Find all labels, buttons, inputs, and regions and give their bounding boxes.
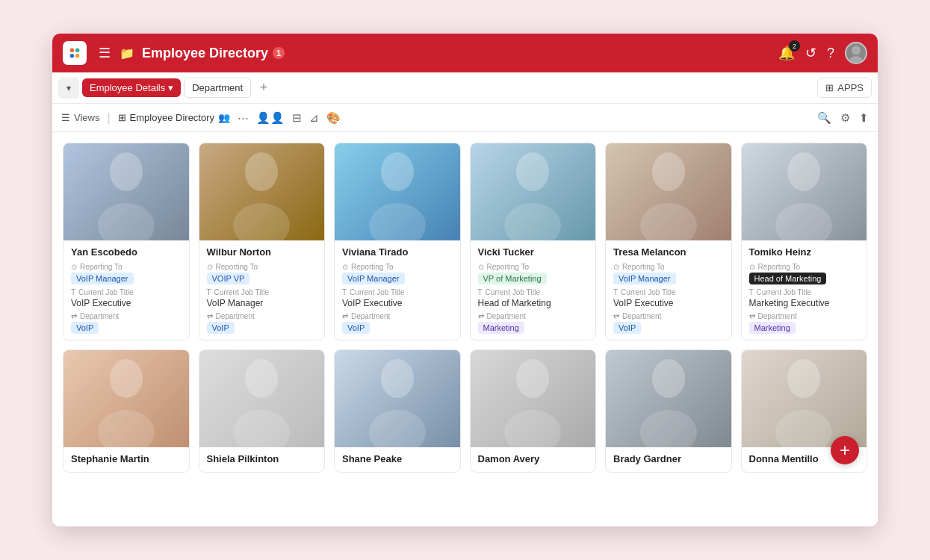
dept-icon: ⇄ xyxy=(71,312,77,320)
apps-label: APPS xyxy=(837,82,864,93)
hamburger-icon[interactable]: ☰ xyxy=(99,45,111,61)
tab-department[interactable]: Department xyxy=(184,78,251,98)
employee-card[interactable]: Tresa Melancon ⊙ Reporting To VoIP Manag… xyxy=(605,143,732,340)
svg-point-11 xyxy=(369,203,426,240)
card-photo xyxy=(471,350,596,447)
svg-point-29 xyxy=(775,410,832,447)
share-icon[interactable]: ⬆ xyxy=(859,111,869,125)
card-photo: + xyxy=(742,350,867,447)
employee-card[interactable]: Wilbur Norton ⊙ Reporting To VOIP VP T C… xyxy=(199,143,326,340)
svg-point-14 xyxy=(652,152,685,191)
svg-point-22 xyxy=(381,359,414,398)
folder-icon: 📁 xyxy=(120,46,134,60)
card-photo xyxy=(63,350,189,447)
card-body: Stephanie Martin xyxy=(63,447,189,472)
views-button[interactable]: ☰ Views xyxy=(61,112,99,123)
add-tab-button[interactable]: + xyxy=(254,78,273,98)
reporting-label: ⊙ Reporting To xyxy=(749,263,860,271)
user-avatar[interactable] xyxy=(845,42,867,64)
employee-card[interactable]: + Donna Mentillo xyxy=(741,349,868,473)
employee-card[interactable]: Shane Peake xyxy=(334,349,461,473)
employee-card[interactable]: Shiela Pilkinton xyxy=(199,349,326,473)
svg-point-20 xyxy=(245,359,278,398)
more-options-icon[interactable]: ⋯ xyxy=(238,111,249,125)
paint-icon[interactable]: 🎨 xyxy=(326,111,341,125)
job-title-icon: T xyxy=(749,288,754,296)
dept-label: ⇄ Department xyxy=(749,312,860,320)
dept-field: ⇄ Department VoIP xyxy=(71,312,182,334)
apps-button[interactable]: ⊞ APPS xyxy=(817,78,872,98)
reporting-icon: ⊙ xyxy=(71,263,77,271)
employee-card[interactable]: Vicki Tucker ⊙ Reporting To VP of Market… xyxy=(470,143,597,340)
reporting-value: VoIP Manager xyxy=(71,273,134,284)
cards-grid-row2: Stephanie Martin Shiela Pilkinton xyxy=(63,349,867,473)
dept-label: ⇄ Department xyxy=(613,312,724,320)
employee-card[interactable]: Brady Gardner xyxy=(605,349,732,473)
refresh-button[interactable]: ↺ xyxy=(805,45,816,61)
job-title-label: T Current Job Title xyxy=(71,288,182,296)
reporting-value: VP of Marketing xyxy=(478,273,547,284)
employee-name: Shiela Pilkinton xyxy=(207,453,317,466)
employee-card[interactable]: Viviana Tirado ⊙ Reporting To VoIP Manag… xyxy=(334,143,461,340)
dept-field: ⇄ Department VoIP xyxy=(207,312,317,334)
reporting-field: ⊙ Reporting To Head of Marketing xyxy=(749,263,860,284)
job-title-icon: T xyxy=(71,288,75,296)
filter-fields-icon[interactable]: ⊟ xyxy=(292,111,302,125)
dept-label: ⇄ Department xyxy=(478,312,589,320)
tab-dropdown-icon[interactable]: ▾ xyxy=(168,82,173,93)
job-title-value: Head of Marketing xyxy=(478,298,589,308)
svg-point-0 xyxy=(70,49,75,53)
notifications-button[interactable]: 🔔 2 xyxy=(778,45,795,61)
svg-point-1 xyxy=(75,49,80,53)
filter-icon[interactable]: ⊿ xyxy=(309,111,319,125)
tab-employee-details[interactable]: Employee Details ▾ xyxy=(82,78,181,97)
dept-icon: ⇄ xyxy=(749,312,755,320)
dept-field: ⇄ Department VoIP xyxy=(613,312,724,334)
views-label: Views xyxy=(74,112,99,123)
grid-area: Yan Escobedo ⊙ Reporting To VoIP Manager… xyxy=(52,132,878,526)
svg-point-26 xyxy=(652,359,685,398)
svg-point-19 xyxy=(98,410,155,447)
card-body: Wilbur Norton ⊙ Reporting To VOIP VP T C… xyxy=(199,240,325,340)
employee-card[interactable]: Yan Escobedo ⊙ Reporting To VoIP Manager… xyxy=(63,143,190,340)
dept-field: ⇄ Department VoIP xyxy=(342,312,453,334)
svg-point-21 xyxy=(233,410,290,447)
job-title-field: T Current Job Title VoIP Manager xyxy=(207,288,317,308)
toolbar: ☰ Views | ⊞ Employee Directory 👥 ⋯ 👤👤 ⊟ … xyxy=(52,104,878,132)
employee-card[interactable]: Tomiko Heinz ⊙ Reporting To Head of Mark… xyxy=(741,143,868,340)
current-view[interactable]: ⊞ Employee Directory 👥 xyxy=(118,112,230,123)
job-title-value: VoIP Executive xyxy=(342,298,453,308)
card-body: Damon Avery xyxy=(471,447,596,472)
dept-value: VoIP xyxy=(613,322,641,334)
tabs-right: ⊞ APPS xyxy=(817,78,872,98)
svg-point-24 xyxy=(516,359,549,398)
svg-point-12 xyxy=(516,152,549,191)
dept-icon: ⇄ xyxy=(342,312,348,320)
employee-card[interactable]: Stephanie Martin xyxy=(63,349,190,473)
employee-name: Viviana Tirado xyxy=(342,246,453,259)
svg-point-6 xyxy=(110,152,143,191)
job-title-value: VoIP Executive xyxy=(613,298,724,308)
svg-point-2 xyxy=(70,54,75,58)
job-title-label: T Current Job Title xyxy=(478,288,589,296)
reporting-label: ⊙ Reporting To xyxy=(613,263,724,271)
view-grid-icon: ⊞ xyxy=(118,112,126,123)
employee-name: Wilbur Norton xyxy=(207,246,317,259)
svg-point-8 xyxy=(245,152,278,191)
employee-name: Stephanie Martin xyxy=(71,453,182,466)
group-icon[interactable]: 👤👤 xyxy=(256,111,285,125)
help-button[interactable]: ? xyxy=(827,46,834,61)
job-title-icon: T xyxy=(342,288,347,296)
search-icon[interactable]: 🔍 xyxy=(817,111,831,125)
employee-name: Brady Gardner xyxy=(613,453,724,466)
card-body: Tresa Melancon ⊙ Reporting To VoIP Manag… xyxy=(606,240,731,340)
employee-card[interactable]: Damon Avery xyxy=(470,349,597,473)
job-title-value: Marketing Executive xyxy=(749,298,860,308)
card-photo xyxy=(199,350,325,447)
settings-icon[interactable]: ⚙ xyxy=(840,111,850,125)
top-nav: ☰ 📁 Employee Directory 1 🔔 2 ↺ ? xyxy=(52,34,878,72)
dept-value: VoIP xyxy=(71,322,99,334)
tab-collapse-button[interactable]: ▾ xyxy=(58,78,79,99)
app-logo xyxy=(63,41,87,65)
svg-point-5 xyxy=(849,56,862,63)
